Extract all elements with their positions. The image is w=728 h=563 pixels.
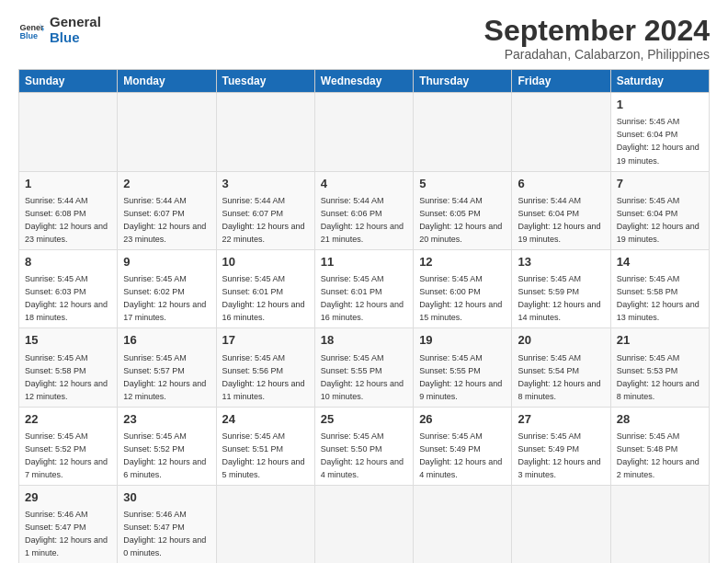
day-number: 1 xyxy=(617,97,703,113)
calendar-cell xyxy=(314,486,413,563)
calendar-cell xyxy=(414,93,512,171)
day-info: Sunrise: 5:44 AMSunset: 6:07 PMDaylight:… xyxy=(123,196,206,244)
day-number: 18 xyxy=(321,332,407,349)
logo: General Blue General Blue xyxy=(18,15,101,45)
day-info: Sunrise: 5:46 AMSunset: 5:47 PMDaylight:… xyxy=(123,510,206,557)
day-info: Sunrise: 5:45 AMSunset: 5:58 PMDaylight:… xyxy=(25,353,108,401)
calendar-cell: 2 Sunrise: 5:44 AMSunset: 6:07 PMDayligh… xyxy=(118,171,216,249)
calendar-cell xyxy=(216,486,314,563)
calendar-week-0: 1 Sunrise: 5:45 AMSunset: 6:04 PMDayligh… xyxy=(19,93,710,171)
location: Paradahan, Calabarzon, Philippines xyxy=(484,47,710,62)
calendar-cell: 1 Sunrise: 5:44 AMSunset: 6:08 PMDayligh… xyxy=(19,171,118,249)
day-info: Sunrise: 5:45 AMSunset: 6:01 PMDaylight:… xyxy=(321,274,404,322)
day-info: Sunrise: 5:45 AMSunset: 5:51 PMDaylight:… xyxy=(222,431,305,479)
calendar-cell: 4 Sunrise: 5:44 AMSunset: 6:06 PMDayligh… xyxy=(314,171,413,249)
calendar-cell: 6 Sunrise: 5:44 AMSunset: 6:04 PMDayligh… xyxy=(512,171,610,249)
day-number: 3 xyxy=(222,176,309,192)
calendar-cell: 12 Sunrise: 5:45 AMSunset: 6:00 PMDaylig… xyxy=(414,249,512,327)
day-info: Sunrise: 5:44 AMSunset: 6:04 PMDaylight:… xyxy=(518,196,600,244)
day-number: 12 xyxy=(419,254,506,270)
calendar-cell: 9 Sunrise: 5:45 AMSunset: 6:02 PMDayligh… xyxy=(118,249,216,327)
day-number: 16 xyxy=(123,332,210,349)
calendar-cell: 3 Sunrise: 5:44 AMSunset: 6:07 PMDayligh… xyxy=(216,171,314,249)
calendar-cell: 16 Sunrise: 5:45 AMSunset: 5:57 PMDaylig… xyxy=(118,328,216,407)
day-number: 8 xyxy=(25,254,111,270)
day-number: 10 xyxy=(222,254,309,270)
calendar-cell: 25 Sunrise: 5:45 AMSunset: 5:50 PMDaylig… xyxy=(314,407,413,485)
calendar-week-3: 15 Sunrise: 5:45 AMSunset: 5:58 PMDaylig… xyxy=(19,328,710,407)
calendar-table: Sunday Monday Tuesday Wednesday Thursday… xyxy=(18,69,710,563)
day-number: 17 xyxy=(222,332,309,349)
day-number: 2 xyxy=(123,176,210,192)
col-sunday: Sunday xyxy=(19,70,118,93)
calendar-cell: 30 Sunrise: 5:46 AMSunset: 5:47 PMDaylig… xyxy=(118,486,216,563)
day-number: 5 xyxy=(419,176,506,192)
day-info: Sunrise: 5:46 AMSunset: 5:47 PMDaylight:… xyxy=(25,510,108,557)
calendar-cell xyxy=(216,93,314,171)
day-number: 30 xyxy=(123,489,210,506)
calendar-cell xyxy=(512,486,610,563)
calendar-cell: 1 Sunrise: 5:45 AMSunset: 6:04 PMDayligh… xyxy=(610,93,709,171)
day-info: Sunrise: 5:45 AMSunset: 5:49 PMDaylight:… xyxy=(419,431,502,479)
day-info: Sunrise: 5:45 AMSunset: 5:55 PMDaylight:… xyxy=(321,353,404,401)
logo-line2: Blue xyxy=(50,30,101,46)
day-number: 4 xyxy=(321,176,407,192)
header-row: Sunday Monday Tuesday Wednesday Thursday… xyxy=(19,70,710,93)
day-info: Sunrise: 5:45 AMSunset: 5:57 PMDaylight:… xyxy=(123,353,206,401)
day-info: Sunrise: 5:45 AMSunset: 6:00 PMDaylight:… xyxy=(419,274,502,322)
calendar-cell xyxy=(118,93,216,171)
calendar-cell: 11 Sunrise: 5:45 AMSunset: 6:01 PMDaylig… xyxy=(314,249,413,327)
day-number: 23 xyxy=(123,411,210,428)
day-info: Sunrise: 5:44 AMSunset: 6:06 PMDaylight:… xyxy=(321,196,404,244)
day-number: 20 xyxy=(518,332,604,349)
day-number: 22 xyxy=(25,411,111,428)
svg-text:Blue: Blue xyxy=(19,31,38,40)
day-number: 7 xyxy=(617,176,703,192)
day-info: Sunrise: 5:45 AMSunset: 5:55 PMDaylight:… xyxy=(419,353,502,401)
day-number: 13 xyxy=(518,254,604,270)
calendar-cell: 22 Sunrise: 5:45 AMSunset: 5:52 PMDaylig… xyxy=(19,407,118,485)
calendar-cell xyxy=(414,486,512,563)
day-info: Sunrise: 5:45 AMSunset: 6:02 PMDaylight:… xyxy=(123,274,206,322)
day-number: 21 xyxy=(617,332,703,349)
day-info: Sunrise: 5:45 AMSunset: 5:48 PMDaylight:… xyxy=(617,431,700,479)
calendar-cell xyxy=(610,486,709,563)
calendar-week-5: 29 Sunrise: 5:46 AMSunset: 5:47 PMDaylig… xyxy=(19,486,710,563)
calendar-cell: 26 Sunrise: 5:45 AMSunset: 5:49 PMDaylig… xyxy=(414,407,512,485)
day-info: Sunrise: 5:45 AMSunset: 5:58 PMDaylight:… xyxy=(617,274,700,322)
calendar-cell: 27 Sunrise: 5:45 AMSunset: 5:49 PMDaylig… xyxy=(512,407,610,485)
day-info: Sunrise: 5:44 AMSunset: 6:05 PMDaylight:… xyxy=(419,196,502,244)
title-block: September 2024 Paradahan, Calabarzon, Ph… xyxy=(484,15,710,62)
day-number: 29 xyxy=(25,489,111,506)
day-info: Sunrise: 5:45 AMSunset: 5:53 PMDaylight:… xyxy=(617,353,700,401)
day-number: 1 xyxy=(25,176,111,192)
calendar-cell: 10 Sunrise: 5:45 AMSunset: 6:01 PMDaylig… xyxy=(216,249,314,327)
calendar-cell: 17 Sunrise: 5:45 AMSunset: 5:56 PMDaylig… xyxy=(216,328,314,407)
day-info: Sunrise: 5:45 AMSunset: 5:52 PMDaylight:… xyxy=(25,431,108,479)
day-number: 25 xyxy=(321,411,407,428)
day-info: Sunrise: 5:45 AMSunset: 6:04 PMDaylight:… xyxy=(617,196,700,244)
calendar-cell: 24 Sunrise: 5:45 AMSunset: 5:51 PMDaylig… xyxy=(216,407,314,485)
calendar-cell xyxy=(314,93,413,171)
calendar-cell: 15 Sunrise: 5:45 AMSunset: 5:58 PMDaylig… xyxy=(19,328,118,407)
day-info: Sunrise: 5:45 AMSunset: 6:03 PMDaylight:… xyxy=(25,274,108,322)
day-number: 28 xyxy=(617,411,703,428)
logo-icon: General Blue xyxy=(18,17,44,43)
calendar-cell xyxy=(19,93,118,171)
day-info: Sunrise: 5:45 AMSunset: 5:50 PMDaylight:… xyxy=(321,431,404,479)
calendar-cell: 20 Sunrise: 5:45 AMSunset: 5:54 PMDaylig… xyxy=(512,328,610,407)
day-number: 6 xyxy=(518,176,604,192)
calendar-cell: 29 Sunrise: 5:46 AMSunset: 5:47 PMDaylig… xyxy=(19,486,118,563)
calendar-cell: 13 Sunrise: 5:45 AMSunset: 5:59 PMDaylig… xyxy=(512,249,610,327)
logo-line1: General xyxy=(50,15,101,30)
day-info: Sunrise: 5:45 AMSunset: 5:59 PMDaylight:… xyxy=(518,274,600,322)
col-wednesday: Wednesday xyxy=(314,70,413,93)
calendar-cell: 7 Sunrise: 5:45 AMSunset: 6:04 PMDayligh… xyxy=(610,171,709,249)
day-info: Sunrise: 5:45 AMSunset: 6:01 PMDaylight:… xyxy=(222,274,305,322)
month-title: September 2024 xyxy=(484,15,710,47)
day-info: Sunrise: 5:45 AMSunset: 5:56 PMDaylight:… xyxy=(222,353,305,401)
calendar-cell: 23 Sunrise: 5:45 AMSunset: 5:52 PMDaylig… xyxy=(118,407,216,485)
col-monday: Monday xyxy=(118,70,216,93)
day-info: Sunrise: 5:45 AMSunset: 5:54 PMDaylight:… xyxy=(518,353,600,401)
col-thursday: Thursday xyxy=(414,70,512,93)
